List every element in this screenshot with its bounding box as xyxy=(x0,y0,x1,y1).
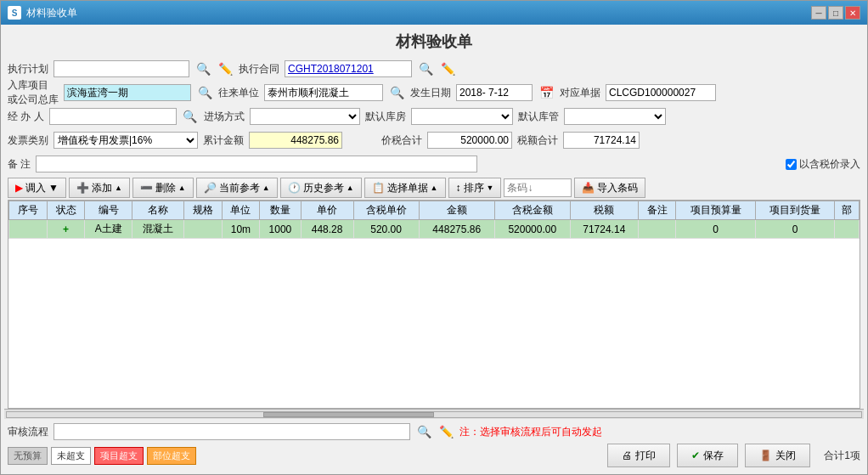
badge-dept-overspent: 部位超支 xyxy=(147,447,196,465)
execute-plan-edit-icon[interactable]: ✏️ xyxy=(217,60,234,77)
action-buttons: 🖨 打印 ✔ 保存 🚪 关闭 合计1项 xyxy=(607,444,860,467)
tax-total-input[interactable] xyxy=(563,132,640,149)
select-bill-button[interactable]: 📋 选择单据▲ xyxy=(364,178,446,198)
table-header-row: 序号 状态 编号 名称 规格 单位 数量 单价 含税单价 金额 含税金额 税额 … xyxy=(9,201,860,220)
col-notes: 备注 xyxy=(638,201,676,220)
title-bar: S 材料验收单 ─ □ ✕ xyxy=(1,1,867,25)
cell-tax: 71724.14 xyxy=(570,220,638,239)
current-ref-button[interactable]: 🔎 当前参考▲ xyxy=(196,178,278,198)
cumulative-amount-input[interactable] xyxy=(249,132,342,149)
audit-input[interactable] xyxy=(54,423,410,440)
title-bar-controls: ─ □ ✕ xyxy=(811,6,860,20)
barcode-icon: 📥 xyxy=(582,182,595,194)
cell-status: + xyxy=(47,220,85,239)
col-name: 名称 xyxy=(132,201,183,220)
cell-dept xyxy=(835,220,860,239)
col-amount: 金额 xyxy=(419,201,494,220)
form-row-5: 备 注 以含税价录入 xyxy=(8,154,860,174)
col-status: 状态 xyxy=(47,201,85,220)
save-button[interactable]: ✔ 保存 xyxy=(677,444,738,467)
date-picker-icon[interactable]: 📅 xyxy=(538,84,555,101)
history-ref-button[interactable]: 🕐 历史参考▲ xyxy=(280,178,362,198)
horizontal-scrollbar[interactable] xyxy=(4,409,864,419)
col-seq: 序号 xyxy=(9,201,48,220)
manager-input[interactable] xyxy=(49,108,177,125)
close-window-button[interactable]: ✕ xyxy=(845,6,860,20)
cell-arrival-qty: 0 xyxy=(755,220,834,239)
invoice-type-label: 发票类别 xyxy=(8,133,48,148)
from-unit-label: 往来单位 xyxy=(218,86,259,100)
price-tax-total-input[interactable] xyxy=(427,132,512,149)
content-area: 材料验收单 执行计划 🔍 ✏️ 执行合同 🔍 ✏️ 入库项目或公司总库 🔍 往来… xyxy=(1,25,867,474)
cumulative-amount-label: 累计金额 xyxy=(203,133,244,148)
cell-amount: 448275.86 xyxy=(419,220,494,239)
audit-edit-icon[interactable]: ✏️ xyxy=(437,423,454,440)
corresponding-bill-label: 对应单据 xyxy=(560,86,600,100)
col-dept: 部 xyxy=(835,201,860,220)
sort-button[interactable]: ↕ 排序▼ xyxy=(448,178,502,198)
entry-method-select[interactable] xyxy=(250,108,360,125)
close-button[interactable]: 🚪 关闭 xyxy=(745,444,810,467)
warehouse-input[interactable] xyxy=(64,84,191,101)
title-bar-title: 材料验收单 xyxy=(26,6,77,20)
import-dropdown-icon: ▼ xyxy=(48,182,59,194)
audit-row: 审核流程 🔍 ✏️ 注：选择审核流程后可自动发起 xyxy=(8,422,860,441)
delete-button[interactable]: ➖ 删除▲ xyxy=(132,178,194,198)
print-button[interactable]: 🖨 打印 xyxy=(607,444,670,467)
default-warehouse-select[interactable] xyxy=(411,108,513,125)
corresponding-bill-input[interactable] xyxy=(606,84,716,101)
delete-icon: ➖ xyxy=(140,182,153,194)
from-unit-search-icon[interactable]: 🔍 xyxy=(388,84,405,101)
print-icon: 🖨 xyxy=(622,450,632,461)
close-icon: 🚪 xyxy=(759,450,772,461)
add-button[interactable]: ➕ 添加▲ xyxy=(69,178,130,198)
warehouse-search-icon[interactable]: 🔍 xyxy=(196,84,213,101)
date-input[interactable] xyxy=(456,84,533,101)
execute-plan-input[interactable] xyxy=(54,60,189,77)
notes-input[interactable] xyxy=(36,156,477,172)
scrollbar-thumb xyxy=(263,412,434,417)
col-tax-unit-price: 含税单价 xyxy=(353,201,419,220)
action-row: 无预算 未超支 项目超支 部位超支 🖨 打印 ✔ 保存 🚪 xyxy=(8,444,860,467)
cell-tax-amount: 520000.00 xyxy=(494,220,570,239)
cell-tax-unit-price: 520.00 xyxy=(353,220,419,239)
manager-search-icon[interactable]: 🔍 xyxy=(182,108,199,125)
minimize-button[interactable]: ─ xyxy=(811,6,826,20)
date-label: 发生日期 xyxy=(410,86,451,100)
notes-label: 备 注 xyxy=(8,157,31,172)
invoice-type-select[interactable]: 增值税专用发票|16% xyxy=(54,132,198,149)
barcode-input[interactable] xyxy=(504,178,572,197)
execute-plan-label: 执行计划 xyxy=(8,62,48,76)
price-tax-total-label: 价税合计 xyxy=(381,133,422,148)
from-unit-input[interactable] xyxy=(264,84,383,101)
toolbar: ▶ 调入 ▼ ➕ 添加▲ ➖ 删除▲ 🔎 当前参考▲ 🕐 历史参考▲ 📋 xyxy=(8,178,860,198)
execute-plan-search-icon[interactable]: 🔍 xyxy=(194,60,211,77)
maximize-button[interactable]: □ xyxy=(828,6,843,20)
import-button[interactable]: ▶ 调入 ▼ xyxy=(8,178,66,198)
audit-search-icon[interactable]: 🔍 xyxy=(415,423,432,440)
import-barcode-button[interactable]: 📥 导入条码 xyxy=(574,178,645,198)
execute-contract-input[interactable] xyxy=(285,60,412,77)
main-window: S 材料验收单 ─ □ ✕ 材料验收单 执行计划 🔍 ✏️ 执行合同 🔍 ✏️ xyxy=(0,0,868,475)
status-badges: 无预算 未超支 项目超支 部位超支 xyxy=(8,447,196,465)
table-row[interactable]: + A土建 混凝土 10m 1000 448.28 520.00 448275.… xyxy=(9,220,860,239)
total-label: 合计1项 xyxy=(824,449,860,463)
include-tax-checkbox[interactable] xyxy=(786,159,797,170)
execute-contract-edit-icon[interactable]: ✏️ xyxy=(439,60,456,77)
sort-icon: ↕ xyxy=(456,182,461,194)
entry-method-label: 进场方式 xyxy=(204,110,245,124)
badge-not-overspent: 未超支 xyxy=(51,447,91,465)
manager-label: 经 办 人 xyxy=(8,110,44,124)
col-tax: 税额 xyxy=(570,201,638,220)
execute-contract-search-icon[interactable]: 🔍 xyxy=(417,60,434,77)
add-icon: ➕ xyxy=(76,182,89,194)
audit-label: 审核流程 xyxy=(8,425,48,439)
default-manager-select[interactable] xyxy=(564,108,666,125)
history-ref-icon: 🕐 xyxy=(288,182,301,194)
cell-qty: 1000 xyxy=(260,220,301,239)
form-row-3: 经 办 人 🔍 进场方式 默认库房 默认库管 xyxy=(8,106,860,127)
data-table: 序号 状态 编号 名称 规格 单位 数量 单价 含税单价 金额 含税金额 税额 … xyxy=(8,201,860,239)
app-icon: S xyxy=(8,6,21,20)
execute-contract-label: 执行合同 xyxy=(239,62,279,76)
save-icon: ✔ xyxy=(691,450,700,461)
